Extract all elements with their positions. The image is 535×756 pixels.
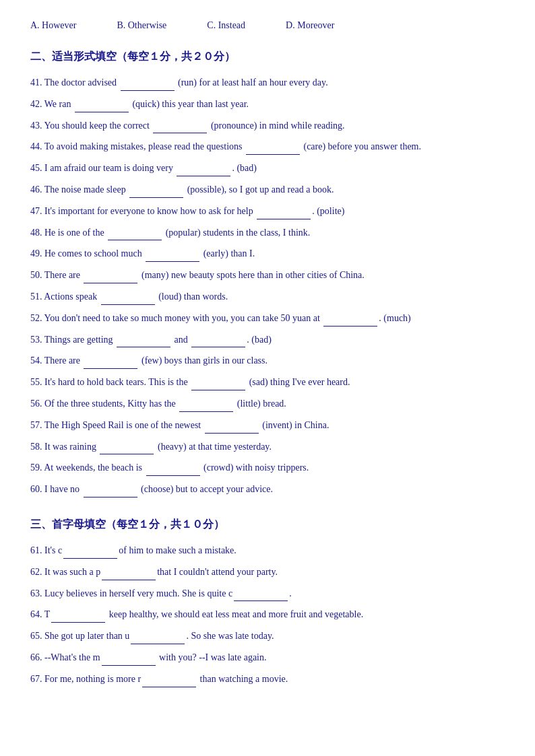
option-b: B. Otherwise <box>117 20 166 31</box>
q42-num: 42. <box>30 99 42 109</box>
q47: 47. It's important for everyone to know … <box>30 203 505 219</box>
q46: 46. The noise made sleep (possible), so … <box>30 182 505 198</box>
q60-num: 60. <box>30 484 42 494</box>
q48-blank[interactable] <box>108 230 162 240</box>
answer-options-row: A. However B. Otherwise C. Instead D. Mo… <box>30 20 505 31</box>
q45-blank[interactable] <box>177 166 230 176</box>
q48-num: 48. <box>30 228 42 238</box>
q64-num: 64. <box>30 609 42 619</box>
q52-num: 52. <box>30 313 42 323</box>
q65-num: 65. <box>30 631 42 641</box>
q55-blank[interactable] <box>191 380 245 390</box>
q61-num: 61. <box>30 545 42 555</box>
q51-blank[interactable] <box>101 294 155 305</box>
q46-blank[interactable] <box>129 187 183 198</box>
q42-blank[interactable] <box>75 102 129 112</box>
q58-blank[interactable] <box>100 444 154 454</box>
q67-num: 67. <box>30 674 42 684</box>
q44: 44. To avoid making mistakes, please rea… <box>30 139 505 155</box>
q62: 62. It was such a pthat I couldn't atten… <box>30 564 505 580</box>
q65-blank[interactable] <box>131 633 185 644</box>
q57-num: 57. <box>30 420 42 430</box>
q55: 55. It's hard to hold back tears. This i… <box>30 374 505 390</box>
q41-blank[interactable] <box>121 80 175 91</box>
q54-num: 54. <box>30 355 42 366</box>
q53-num: 53. <box>30 335 42 345</box>
q49: 49. He comes to school much (early) than… <box>30 246 505 262</box>
q43-num: 43. <box>30 121 42 131</box>
q44-blank[interactable] <box>246 144 300 155</box>
section3: 三、首字母填空（每空１分，共１０分） 61. It's cof him to m… <box>30 518 505 687</box>
q54: 54. There are (few) boys than girls in o… <box>30 353 505 369</box>
q66: 66. --What's the m with you? --I was lat… <box>30 650 505 666</box>
section2-title: 二、适当形式填空（每空１分，共２０分） <box>30 50 505 64</box>
q65: 65. She got up later than u. So she was … <box>30 628 505 644</box>
q58: 58. It was raining (heavy) at that time … <box>30 439 505 455</box>
q53-blank2[interactable] <box>191 337 245 347</box>
q64-blank[interactable] <box>51 612 105 623</box>
q54-blank[interactable] <box>84 358 137 369</box>
q59-blank[interactable] <box>146 465 200 476</box>
q56: 56. Of the three students, Kitty has the… <box>30 396 505 412</box>
q59: 59. At weekends, the beach is (crowd) wi… <box>30 460 505 476</box>
q59-num: 59. <box>30 462 42 473</box>
q60-blank[interactable] <box>84 487 137 497</box>
q58-num: 58. <box>30 442 42 452</box>
q61-blank[interactable] <box>63 548 117 559</box>
q53: 53. Things are getting and . (bad) <box>30 332 505 348</box>
section2-questions: 41. The doctor advised (run) for at leas… <box>30 75 505 497</box>
q53-blank1[interactable] <box>117 337 170 347</box>
q45-num: 45. <box>30 163 42 173</box>
q43: 43. You should keep the correct (pronoun… <box>30 118 505 134</box>
option-d: D. Moreover <box>286 20 334 31</box>
section3-title: 三、首字母填空（每空１分，共１０分） <box>30 518 505 532</box>
q46-num: 46. <box>30 184 42 195</box>
q55-num: 55. <box>30 377 42 387</box>
q41: 41. The doctor advised (run) for at leas… <box>30 75 505 91</box>
q66-num: 66. <box>30 652 42 662</box>
q67: 67. For me, nothing is more r than watch… <box>30 671 505 687</box>
q41-num: 41. <box>30 77 42 88</box>
q49-num: 49. <box>30 248 42 259</box>
q63-num: 63. <box>30 588 42 598</box>
q51: 51. Actions speak (loud) than words. <box>30 289 505 305</box>
q44-num: 44. <box>30 141 42 151</box>
q57: 57. The High Speed Rail is one of the ne… <box>30 417 505 434</box>
section2: 二、适当形式填空（每空１分，共２０分） 41. The doctor advis… <box>30 50 505 497</box>
q61: 61. It's cof him to make such a mistake. <box>30 543 505 559</box>
q56-num: 56. <box>30 399 42 409</box>
q66-blank[interactable] <box>102 655 156 666</box>
q45: 45. I am afraid our team is doing very .… <box>30 160 505 176</box>
q50-num: 50. <box>30 270 42 280</box>
q64: 64. T keep healthy, we should eat less m… <box>30 607 505 623</box>
option-a: A. However <box>30 20 76 31</box>
q63: 63. Lucy believes in herself very much. … <box>30 586 505 602</box>
q42: 42. We ran (quick) this year than last y… <box>30 96 505 112</box>
q56-blank[interactable] <box>179 401 233 412</box>
q51-num: 51. <box>30 291 42 302</box>
q48: 48. He is one of the (popular) students … <box>30 225 505 241</box>
q63-blank[interactable] <box>234 590 288 601</box>
q52-blank[interactable] <box>323 316 377 327</box>
q67-blank[interactable] <box>142 677 196 687</box>
q57-blank[interactable] <box>205 423 259 434</box>
q50: 50. There are (many) new beauty spots he… <box>30 267 505 283</box>
q60: 60. I have no (choose) but to accept you… <box>30 481 505 497</box>
q50-blank[interactable] <box>84 273 137 283</box>
option-c: C. Instead <box>207 20 245 31</box>
q52: 52. You don't need to take so much money… <box>30 310 505 327</box>
q49-blank[interactable] <box>146 251 199 262</box>
q47-blank[interactable] <box>257 209 311 219</box>
q62-num: 62. <box>30 567 42 577</box>
q47-num: 47. <box>30 206 42 216</box>
section3-questions: 61. It's cof him to make such a mistake.… <box>30 543 505 687</box>
q43-blank[interactable] <box>153 123 207 133</box>
q62-blank[interactable] <box>102 570 156 580</box>
